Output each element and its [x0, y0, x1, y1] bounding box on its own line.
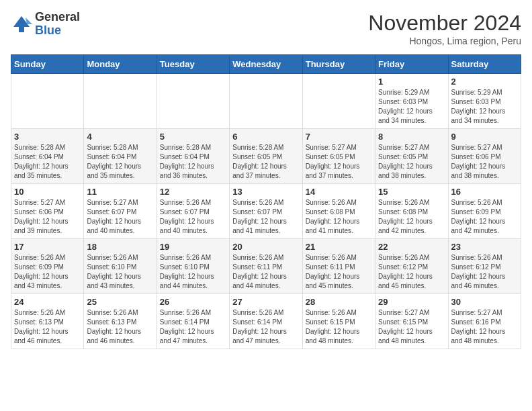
logo-blue-text: Blue	[35, 24, 80, 38]
day-info: Sunrise: 5:26 AM Sunset: 6:15 PM Dayligh…	[306, 308, 372, 346]
day-cell: 29Sunrise: 5:27 AM Sunset: 6:15 PM Dayli…	[375, 294, 448, 349]
day-cell: 21Sunrise: 5:26 AM Sunset: 6:11 PM Dayli…	[302, 239, 375, 294]
col-header-saturday: Saturday	[448, 55, 521, 74]
day-info: Sunrise: 5:28 AM Sunset: 6:04 PM Dayligh…	[160, 143, 226, 181]
header-row: SundayMondayTuesdayWednesdayThursdayFrid…	[11, 55, 521, 74]
day-cell: 4Sunrise: 5:28 AM Sunset: 6:04 PM Daylig…	[84, 129, 157, 184]
day-number: 23	[451, 242, 518, 252]
day-number: 5	[160, 132, 226, 142]
day-info: Sunrise: 5:26 AM Sunset: 6:11 PM Dayligh…	[306, 253, 372, 291]
day-info: Sunrise: 5:26 AM Sunset: 6:11 PM Dayligh…	[232, 253, 299, 291]
day-number: 24	[14, 297, 81, 307]
day-number: 18	[87, 242, 153, 252]
week-row-2: 3Sunrise: 5:28 AM Sunset: 6:04 PM Daylig…	[11, 129, 521, 184]
col-header-sunday: Sunday	[11, 55, 84, 74]
day-number: 13	[232, 187, 299, 197]
day-cell: 5Sunrise: 5:28 AM Sunset: 6:04 PM Daylig…	[157, 129, 229, 184]
day-number: 30	[451, 297, 518, 307]
day-number: 19	[160, 242, 226, 252]
day-info: Sunrise: 5:26 AM Sunset: 6:08 PM Dayligh…	[306, 198, 372, 236]
day-cell: 14Sunrise: 5:26 AM Sunset: 6:08 PM Dayli…	[302, 184, 375, 239]
month-title: November 2024	[368, 11, 521, 36]
logo: General Blue	[11, 11, 80, 38]
day-number: 29	[378, 297, 445, 307]
day-cell: 24Sunrise: 5:26 AM Sunset: 6:13 PM Dayli…	[11, 294, 84, 349]
col-header-monday: Monday	[84, 55, 157, 74]
day-info: Sunrise: 5:27 AM Sunset: 6:07 PM Dayligh…	[87, 198, 153, 236]
day-number: 12	[160, 187, 226, 197]
day-number: 14	[306, 187, 372, 197]
col-header-wednesday: Wednesday	[230, 55, 302, 74]
day-info: Sunrise: 5:26 AM Sunset: 6:14 PM Dayligh…	[160, 308, 226, 346]
day-cell: 15Sunrise: 5:26 AM Sunset: 6:08 PM Dayli…	[375, 184, 448, 239]
day-cell	[302, 74, 375, 129]
day-cell: 8Sunrise: 5:27 AM Sunset: 6:05 PM Daylig…	[375, 129, 448, 184]
day-info: Sunrise: 5:27 AM Sunset: 6:05 PM Dayligh…	[306, 143, 372, 181]
day-number: 2	[451, 77, 518, 87]
day-number: 25	[87, 297, 153, 307]
col-header-tuesday: Tuesday	[157, 55, 229, 74]
day-number: 8	[378, 132, 445, 142]
day-number: 7	[306, 132, 372, 142]
day-number: 17	[14, 242, 81, 252]
day-info: Sunrise: 5:29 AM Sunset: 6:03 PM Dayligh…	[378, 88, 445, 126]
day-info: Sunrise: 5:26 AM Sunset: 6:10 PM Dayligh…	[160, 253, 226, 291]
day-number: 20	[232, 242, 299, 252]
day-cell: 28Sunrise: 5:26 AM Sunset: 6:15 PM Dayli…	[302, 294, 375, 349]
day-cell: 2Sunrise: 5:29 AM Sunset: 6:03 PM Daylig…	[448, 74, 521, 129]
day-number: 21	[306, 242, 372, 252]
day-number: 6	[232, 132, 299, 142]
day-cell: 30Sunrise: 5:27 AM Sunset: 6:16 PM Dayli…	[448, 294, 521, 349]
day-cell: 22Sunrise: 5:26 AM Sunset: 6:12 PM Dayli…	[375, 239, 448, 294]
day-info: Sunrise: 5:26 AM Sunset: 6:13 PM Dayligh…	[87, 308, 153, 346]
day-cell: 25Sunrise: 5:26 AM Sunset: 6:13 PM Dayli…	[84, 294, 157, 349]
day-info: Sunrise: 5:26 AM Sunset: 6:09 PM Dayligh…	[14, 253, 81, 291]
day-number: 16	[451, 187, 518, 197]
logo-general-text: General	[35, 11, 80, 24]
week-row-1: 1Sunrise: 5:29 AM Sunset: 6:03 PM Daylig…	[11, 74, 521, 129]
day-info: Sunrise: 5:26 AM Sunset: 6:07 PM Dayligh…	[232, 198, 299, 236]
day-info: Sunrise: 5:26 AM Sunset: 6:12 PM Dayligh…	[378, 253, 445, 291]
day-cell: 7Sunrise: 5:27 AM Sunset: 6:05 PM Daylig…	[302, 129, 375, 184]
day-cell: 18Sunrise: 5:26 AM Sunset: 6:10 PM Dayli…	[84, 239, 157, 294]
day-info: Sunrise: 5:27 AM Sunset: 6:06 PM Dayligh…	[14, 198, 81, 236]
day-info: Sunrise: 5:26 AM Sunset: 6:14 PM Dayligh…	[232, 308, 299, 346]
logo-icon	[11, 13, 32, 35]
day-info: Sunrise: 5:27 AM Sunset: 6:06 PM Dayligh…	[451, 143, 518, 181]
day-cell	[84, 74, 157, 129]
day-info: Sunrise: 5:28 AM Sunset: 6:04 PM Dayligh…	[14, 143, 81, 181]
col-header-friday: Friday	[375, 55, 448, 74]
day-cell: 3Sunrise: 5:28 AM Sunset: 6:04 PM Daylig…	[11, 129, 84, 184]
day-info: Sunrise: 5:26 AM Sunset: 6:13 PM Dayligh…	[14, 308, 81, 346]
day-number: 22	[378, 242, 445, 252]
day-info: Sunrise: 5:26 AM Sunset: 6:10 PM Dayligh…	[87, 253, 153, 291]
day-info: Sunrise: 5:26 AM Sunset: 6:07 PM Dayligh…	[160, 198, 226, 236]
day-number: 26	[160, 297, 226, 307]
location-text: Hongos, Lima region, Peru	[368, 36, 521, 46]
week-row-4: 17Sunrise: 5:26 AM Sunset: 6:09 PM Dayli…	[11, 239, 521, 294]
day-cell: 23Sunrise: 5:26 AM Sunset: 6:12 PM Dayli…	[448, 239, 521, 294]
day-number: 9	[451, 132, 518, 142]
day-cell: 20Sunrise: 5:26 AM Sunset: 6:11 PM Dayli…	[230, 239, 302, 294]
calendar-table: SundayMondayTuesdayWednesdayThursdayFrid…	[11, 54, 521, 349]
day-cell	[157, 74, 229, 129]
day-number: 1	[378, 77, 445, 87]
title-section: November 2024 Hongos, Lima region, Peru	[368, 11, 521, 46]
page-header: General Blue November 2024 Hongos, Lima …	[11, 11, 521, 46]
calendar-body: 1Sunrise: 5:29 AM Sunset: 6:03 PM Daylig…	[11, 74, 521, 349]
day-cell: 16Sunrise: 5:26 AM Sunset: 6:09 PM Dayli…	[448, 184, 521, 239]
day-cell: 10Sunrise: 5:27 AM Sunset: 6:06 PM Dayli…	[11, 184, 84, 239]
day-cell	[11, 74, 84, 129]
col-header-thursday: Thursday	[302, 55, 375, 74]
calendar-header: SundayMondayTuesdayWednesdayThursdayFrid…	[11, 55, 521, 74]
day-cell: 19Sunrise: 5:26 AM Sunset: 6:10 PM Dayli…	[157, 239, 229, 294]
day-number: 11	[87, 187, 153, 197]
day-info: Sunrise: 5:26 AM Sunset: 6:12 PM Dayligh…	[451, 253, 518, 291]
day-cell: 12Sunrise: 5:26 AM Sunset: 6:07 PM Dayli…	[157, 184, 229, 239]
day-cell: 11Sunrise: 5:27 AM Sunset: 6:07 PM Dayli…	[84, 184, 157, 239]
day-info: Sunrise: 5:28 AM Sunset: 6:05 PM Dayligh…	[232, 143, 299, 181]
day-cell: 17Sunrise: 5:26 AM Sunset: 6:09 PM Dayli…	[11, 239, 84, 294]
day-number: 3	[14, 132, 81, 142]
day-number: 15	[378, 187, 445, 197]
day-info: Sunrise: 5:27 AM Sunset: 6:05 PM Dayligh…	[378, 143, 445, 181]
